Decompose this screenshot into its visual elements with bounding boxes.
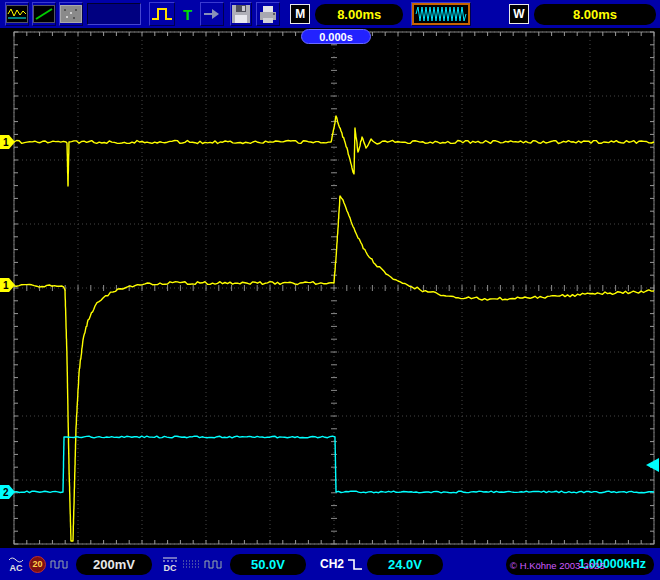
ch1-scale-value[interactable]: 200mV (76, 554, 152, 575)
line-mode-button[interactable] (32, 2, 56, 26)
ch2-filter-button[interactable] (182, 558, 200, 570)
floppy-icon (231, 4, 251, 24)
ac-sine-icon (8, 556, 24, 563)
trigger-level-marker[interactable] (646, 458, 659, 472)
green-line-icon (33, 5, 55, 23)
ch1-signal-button[interactable] (50, 558, 70, 570)
svg-text:2: 2 (3, 487, 9, 498)
waveform-traces: 112 (0, 28, 660, 548)
main-timebase-value[interactable]: 8.00ms (315, 4, 403, 25)
ch2-coupling-label: DC (164, 564, 177, 573)
pulse-button[interactable] (149, 2, 175, 26)
pulse-icon (150, 4, 174, 24)
readout-box (87, 3, 141, 25)
trigger-source-selector[interactable]: CH2 (320, 557, 363, 571)
oscilloscope-app: T M 8.00ms (0, 0, 660, 580)
channel-marker[interactable]: 1 (0, 278, 15, 292)
toolbar: T M 8.00ms (0, 0, 660, 28)
window-timebase-value[interactable]: 8.00ms (534, 4, 656, 25)
svg-text:1: 1 (3, 137, 9, 148)
scope-display-button[interactable] (5, 2, 29, 26)
trace-ch1-lower (14, 196, 654, 541)
falling-edge-icon (347, 558, 363, 571)
run-arrow-icon (201, 6, 223, 22)
ch2-signal-button[interactable] (204, 558, 224, 570)
ch1-coupling-label: AC (10, 564, 23, 573)
frequency-readout: © H.Köhne 2003-2025 1.00000kHz (506, 554, 654, 575)
persistence-button[interactable] (59, 2, 83, 26)
status-bar: AC 20 200mV DC 50.0V CH2 24.0V © H.Köhne… (0, 548, 660, 580)
waveform-display[interactable]: 112 0.000s (0, 28, 660, 548)
scope-screen-icon (6, 5, 28, 23)
ch2-scale-value[interactable]: 50.0V (230, 554, 306, 575)
save-button[interactable] (230, 2, 252, 26)
trigger-level-value[interactable]: 24.0V (367, 554, 443, 575)
main-timebase-label: M (290, 4, 310, 24)
trigger-position-label[interactable]: 0.000s (301, 29, 371, 44)
svg-text:1: 1 (3, 280, 9, 291)
printer-icon (257, 4, 279, 24)
run-button[interactable] (200, 2, 224, 26)
persistence-icon (60, 5, 82, 23)
ch1-probe-attenuation[interactable]: 20 (29, 556, 46, 573)
ch2-coupling-toggle[interactable]: DC (162, 556, 178, 573)
window-zoom-button[interactable] (411, 2, 471, 26)
channel-marker[interactable]: 2 (0, 485, 15, 499)
trigger-menu-button[interactable]: T (183, 6, 192, 23)
ch1-coupling-toggle[interactable]: AC (8, 556, 24, 573)
dotted-lines-icon (182, 558, 200, 570)
trace-ch2 (14, 436, 654, 493)
dc-lines-icon (162, 556, 178, 563)
window-timebase-label: W (509, 4, 529, 24)
print-button[interactable] (256, 2, 280, 26)
square-wave-icon (204, 558, 224, 570)
trace-ch1-upper (14, 116, 654, 186)
copyright-text: © H.Köhne 2003-2025 (510, 560, 605, 571)
window-zoom-icon (412, 3, 470, 25)
channel-marker[interactable]: 1 (0, 135, 15, 149)
square-wave-icon (50, 558, 70, 570)
trigger-source-label: CH2 (320, 557, 344, 571)
